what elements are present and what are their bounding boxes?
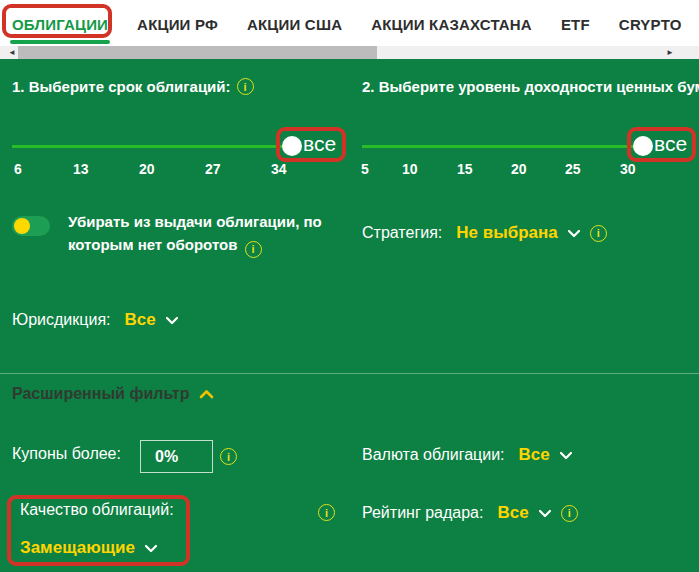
strategy-row: Стратегия: Не выбрана i: [362, 223, 607, 243]
rating-dropdown[interactable]: Все: [497, 503, 528, 523]
term-slider-title: 1. Выберите срок облигаций: i: [12, 78, 254, 95]
asset-class-tabs: ОБЛИГАЦИИ АКЦИИ РФ АКЦИИ США АКЦИИ КАЗАХ…: [0, 0, 699, 46]
term-tick: 27: [205, 161, 221, 177]
term-slider-title-text: 1. Выберите срок облигаций:: [12, 78, 231, 95]
scrollbar-thumb[interactable]: [18, 46, 377, 59]
yield-slider-title-text: 2. Выберите уровень доходности ценных бу…: [362, 78, 699, 95]
quality-info-icon[interactable]: i: [318, 504, 335, 521]
scroll-right-arrow-icon[interactable]: ►: [664, 46, 676, 59]
chevron-up-icon[interactable]: [199, 385, 214, 403]
advanced-filter-toggle[interactable]: Расширенный фильтр: [12, 385, 214, 403]
strategy-label: Стратегия:: [362, 224, 442, 242]
rating-label: Рейтинг радара:: [362, 504, 483, 522]
rating-row: Рейтинг радара: Все i: [362, 503, 578, 523]
liquidity-toggle-knob[interactable]: [14, 218, 30, 234]
quality-value-row: Замещающие: [20, 538, 158, 558]
coupons-info-icon[interactable]: i: [220, 448, 237, 465]
coupons-row: Купоны более:: [12, 445, 121, 463]
quality-label: Качество облигаций:: [20, 501, 174, 519]
strategy-info-icon[interactable]: i: [590, 225, 607, 242]
term-tick: 20: [139, 161, 155, 177]
horizontal-scrollbar[interactable]: ◄ ►: [0, 46, 699, 59]
coupons-input[interactable]: [140, 440, 213, 473]
tab-stocks-usa[interactable]: АКЦИИ США: [247, 0, 342, 46]
scroll-left-arrow-icon[interactable]: ◄: [6, 46, 18, 59]
chevron-down-icon[interactable]: [165, 311, 179, 329]
yield-tick: 5: [361, 161, 369, 177]
yield-tick: 20: [511, 161, 527, 177]
liquidity-toggle-label-text: Убирать из выдачи облигации, по которым …: [68, 213, 322, 253]
yield-slider-handle[interactable]: [633, 136, 653, 156]
yield-tick: 10: [402, 161, 418, 177]
yield-slider-value: все: [654, 132, 687, 156]
liquidity-toggle[interactable]: [12, 216, 50, 236]
term-tick: 6: [14, 161, 22, 177]
rating-info-icon[interactable]: i: [561, 505, 578, 522]
chevron-down-icon[interactable]: [538, 504, 552, 522]
term-tick: 34: [271, 161, 287, 177]
yield-slider-title: 2. Выберите уровень доходности ценных бу…: [362, 78, 699, 95]
bond-screener-panel: ОБЛИГАЦИИ АКЦИИ РФ АКЦИИ США АКЦИИ КАЗАХ…: [0, 0, 699, 572]
advanced-filter-label: Расширенный фильтр: [12, 385, 189, 403]
quality-dropdown[interactable]: Замещающие: [20, 538, 135, 558]
filters-panel: 1. Выберите срок облигаций: i 2. Выберит…: [0, 59, 699, 572]
yield-tick: 30: [620, 161, 636, 177]
jurisdiction-label: Юрисдикция:: [12, 311, 110, 329]
tab-stocks-kazakhstan[interactable]: АКЦИИ КАЗАХСТАНА: [371, 0, 532, 46]
yield-tick: 25: [565, 161, 581, 177]
coupons-label: Купоны более:: [12, 445, 121, 463]
chevron-down-icon[interactable]: [144, 539, 158, 557]
tab-crypto[interactable]: CRYPTO: [619, 0, 682, 46]
jurisdiction-dropdown[interactable]: Все: [124, 310, 155, 330]
currency-label: Валюта облигации:: [362, 446, 505, 464]
liquidity-toggle-label: Убирать из выдачи облигации, по которым …: [68, 210, 348, 258]
yield-tick: 15: [457, 161, 473, 177]
tab-bonds[interactable]: ОБЛИГАЦИИ: [12, 0, 108, 46]
liquidity-info-icon[interactable]: i: [245, 241, 262, 258]
tab-stocks-rf[interactable]: АКЦИИ РФ: [137, 0, 218, 46]
currency-row: Валюта облигации: Все: [362, 445, 573, 465]
quality-row: Качество облигаций:: [20, 501, 174, 519]
strategy-dropdown[interactable]: Не выбрана: [456, 223, 558, 243]
section-divider: [0, 373, 699, 374]
term-slider-value: все: [303, 132, 336, 156]
tab-etf[interactable]: ETF: [561, 0, 590, 46]
term-slider-handle[interactable]: [282, 136, 302, 156]
jurisdiction-row: Юрисдикция: Все: [12, 310, 179, 330]
currency-dropdown[interactable]: Все: [519, 445, 550, 465]
chevron-down-icon[interactable]: [567, 224, 581, 242]
term-info-icon[interactable]: i: [237, 78, 254, 95]
term-tick: 13: [73, 161, 89, 177]
chevron-down-icon[interactable]: [559, 446, 573, 464]
term-slider-track[interactable]: [12, 145, 284, 148]
yield-slider-track[interactable]: [362, 145, 634, 148]
